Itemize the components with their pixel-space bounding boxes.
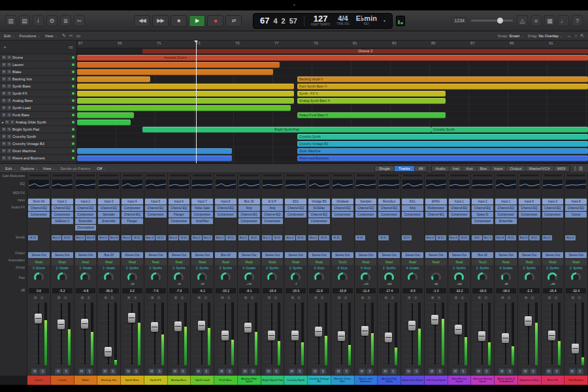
audio-fx-slot[interactable]: DeEsser 2	[52, 218, 73, 224]
strip-solo-button[interactable]: S	[180, 368, 186, 374]
send-slot[interactable]: Bus 1	[262, 235, 272, 240]
track-header[interactable]: MSSynth FX	[0, 90, 76, 97]
bar-ruler[interactable]: 67697173757779818385878991	[77, 41, 588, 48]
fader-handle[interactable]	[291, 331, 299, 340]
audio-fx-slot[interactable]: Compressor	[215, 212, 237, 218]
input-monitor-button[interactable]: I	[554, 296, 558, 300]
track-header[interactable]: MSAnalog Bass	[0, 97, 76, 105]
automation-mode-slot[interactable]: Read	[519, 259, 540, 265]
strip-mute-button[interactable]: M	[359, 368, 365, 374]
track-solo-button[interactable]: S	[7, 91, 11, 95]
channel-input-slot[interactable]: Drum Kit	[28, 199, 50, 204]
audio-fx-slot[interactable]: Compressor	[449, 212, 470, 218]
eq-thumbnail[interactable]	[331, 179, 354, 189]
fader-handle[interactable]	[338, 331, 345, 341]
audio-fx-slot[interactable]: Space D	[472, 212, 493, 218]
audio-fx-slot[interactable]: Compressor	[75, 212, 97, 218]
audio-fx-slot[interactable]: Compressor	[285, 212, 306, 218]
track-header[interactable]: MSCrunchy Synth	[0, 133, 76, 140]
track-solo-button[interactable]: S	[10, 120, 14, 124]
region[interactable]	[77, 155, 232, 161]
region[interactable]: Backing Vocal ↻	[297, 76, 588, 82]
strip-mute-button[interactable]: M	[522, 368, 529, 374]
audio-fx-slot[interactable]: Channel EQ	[238, 212, 260, 218]
eq-thumbnail[interactable]	[425, 179, 448, 189]
strip-track-name-label[interactable]: Analog Poly Synth	[378, 376, 401, 385]
record-button[interactable]: ●	[207, 15, 223, 27]
send-slot[interactable]: Bus 9	[519, 235, 529, 240]
strip-solo-button[interactable]: S	[297, 368, 303, 374]
audio-fx-slot[interactable]: Channel EQ	[378, 205, 400, 211]
input-monitor-button[interactable]: I	[274, 296, 278, 300]
pan-knob[interactable]	[408, 272, 417, 282]
send-slot[interactable]: B 11	[225, 235, 235, 240]
track-solo-button[interactable]: S	[7, 149, 11, 153]
region[interactable]: Risers and Boomers	[297, 155, 588, 161]
region[interactable]: Analog Synth Bass ↻	[297, 98, 446, 104]
output-slot[interactable]: Stereo Out	[169, 252, 190, 258]
group-slot[interactable]: 6: Keys	[355, 265, 378, 272]
audio-fx-slot[interactable]: Compressor	[52, 212, 73, 218]
track-header[interactable]: MSDrum Machine	[0, 148, 76, 155]
input-monitor-button[interactable]: I	[40, 296, 44, 300]
input-monitor-button[interactable]: I	[344, 296, 348, 300]
region[interactable]	[77, 98, 294, 104]
mixer-view-single[interactable]: Single	[375, 166, 395, 171]
lcd-key[interactable]: E♭min KEY	[356, 15, 377, 26]
strip-mute-button[interactable]: M	[546, 368, 552, 374]
track-name[interactable]: Drums	[12, 56, 23, 59]
send-slot[interactable]: Bus 1	[483, 235, 493, 240]
track-header[interactable]: MSDrums	[0, 54, 76, 61]
input-monitor-button[interactable]: I	[437, 296, 441, 300]
eq-thumbnail[interactable]	[27, 179, 50, 189]
audio-fx-slot[interactable]: Multipressor	[425, 205, 447, 211]
audio-fx-slot[interactable]: Channel EQ	[262, 212, 284, 218]
track-mute-button[interactable]: M	[2, 70, 6, 74]
strip-solo-button[interactable]: S	[390, 368, 397, 374]
record-enable-button[interactable]: R	[104, 296, 108, 300]
record-enable-button[interactable]: R	[220, 296, 224, 300]
channel-input-slot[interactable]: Ultrabeat	[332, 199, 353, 204]
strip-mute-button[interactable]: M	[405, 368, 412, 374]
strip-track-name-label[interactable]: Analog Bass	[168, 376, 191, 385]
output-slot[interactable]: Stereo Out	[52, 252, 73, 258]
region[interactable]	[77, 69, 273, 75]
group-slot[interactable]: 2: Synths	[191, 265, 214, 272]
volume-db-value[interactable]: -15.5	[286, 288, 306, 293]
track-mute-button[interactable]: M	[2, 106, 6, 110]
input-monitor-button[interactable]: I	[63, 296, 67, 300]
pan-knob[interactable]	[478, 272, 487, 282]
eq-thumbnail[interactable]	[355, 179, 378, 189]
automation-mode-slot[interactable]: Read	[98, 259, 120, 265]
pan-knob[interactable]	[431, 272, 441, 282]
automation-mode-slot[interactable]: Read	[308, 259, 330, 265]
output-slot[interactable]: Stereo Out	[495, 252, 517, 258]
volume-db-value[interactable]: -10.2	[449, 288, 470, 293]
channel-input-slot[interactable]: Input 6	[519, 199, 540, 204]
eq-thumbnail[interactable]	[378, 179, 400, 189]
track-header[interactable]: MSLauren	[0, 61, 76, 69]
eq-thumbnail[interactable]	[471, 179, 494, 189]
track-header[interactable]: MSSynth Bass	[0, 83, 76, 90]
strip-solo-button[interactable]: S	[156, 368, 163, 374]
region[interactable]: Drum Machine	[297, 148, 588, 154]
group-slot[interactable]: 4: Guitars	[495, 265, 517, 272]
region[interactable]	[77, 105, 291, 111]
send-slot[interactable]: B 9	[472, 235, 482, 240]
arrange-menu-view[interactable]: View⌄	[45, 34, 57, 38]
send-slot[interactable]: Bus 4	[145, 235, 155, 240]
eq-thumbnail[interactable]	[542, 179, 564, 189]
channel-input-slot[interactable]: Input 8	[215, 199, 237, 204]
record-enable-button[interactable]: R	[291, 296, 295, 300]
strip-mute-button[interactable]: M	[195, 368, 202, 374]
output-slot[interactable]: Stereo Out	[332, 252, 353, 258]
auto-zoom-icon[interactable]: ⇱	[580, 33, 584, 39]
track-solo-button[interactable]: S	[7, 70, 11, 74]
eq-thumbnail[interactable]	[214, 179, 237, 189]
audio-fx-slot[interactable]: Channel EQ	[519, 205, 540, 211]
region[interactable]: Crunchy Vintage B3	[297, 141, 588, 147]
region[interactable]	[77, 76, 150, 82]
input-monitor-button[interactable]: I	[578, 296, 581, 300]
fader-handle[interactable]	[455, 325, 462, 335]
strip-solo-button[interactable]: S	[530, 368, 536, 374]
